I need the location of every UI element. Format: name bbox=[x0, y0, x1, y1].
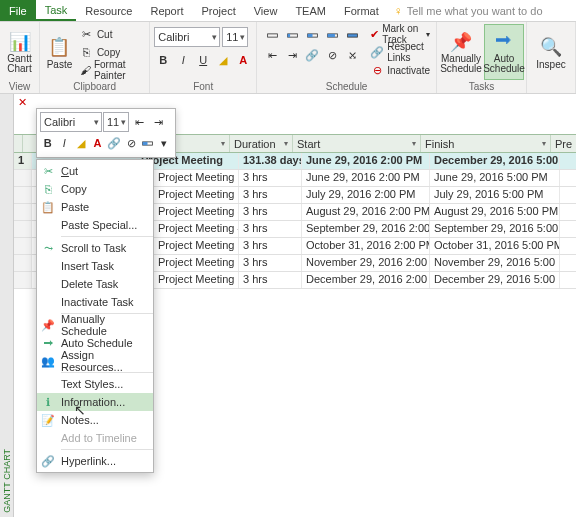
link-button[interactable]: 🔗 bbox=[303, 46, 321, 64]
font-size-select[interactable]: 11 bbox=[222, 27, 248, 47]
tab-project[interactable]: Project bbox=[192, 0, 244, 21]
ctx-hyperlink[interactable]: 🔗Hyperlink... bbox=[37, 452, 153, 470]
inactivate-button[interactable]: ⊖Inactivate bbox=[368, 62, 432, 78]
tab-view[interactable]: View bbox=[245, 0, 287, 21]
cell-duration[interactable]: 3 hrs bbox=[239, 255, 302, 271]
ctx-insert-task[interactable]: Insert Task bbox=[37, 257, 153, 275]
cell-finish[interactable]: July 29, 2016 5:00 PM bbox=[430, 187, 560, 203]
pct0-button[interactable] bbox=[263, 26, 281, 44]
respect-links-button[interactable]: 🔗Respect Links bbox=[368, 44, 432, 60]
unlink-button[interactable]: ⊘ bbox=[323, 46, 341, 64]
chevron-down-icon[interactable]: ▾ bbox=[542, 139, 546, 148]
summary-duration[interactable]: 131.38 days bbox=[239, 153, 302, 169]
cell-start[interactable]: December 29, 2016 2:00 PM bbox=[302, 272, 430, 288]
col-predecessors[interactable]: Pre bbox=[551, 135, 576, 152]
ctx-delete-task[interactable]: Delete Task bbox=[37, 275, 153, 293]
ctx-notes[interactable]: 📝Notes... bbox=[37, 411, 153, 429]
pct50-button[interactable] bbox=[303, 26, 321, 44]
cell-name[interactable]: Project Meeting 2 bbox=[154, 187, 239, 203]
tab-report[interactable]: Report bbox=[141, 0, 192, 21]
underline-button[interactable]: U bbox=[194, 51, 212, 69]
cell-start[interactable]: June 29, 2016 2:00 PM bbox=[302, 170, 430, 186]
cell-finish[interactable]: September 29, 2016 5:00 PM bbox=[430, 221, 560, 237]
mini-outdent-button[interactable]: ⇤ bbox=[130, 113, 148, 131]
ctx-information[interactable]: ℹInformation... bbox=[37, 393, 153, 411]
tab-team[interactable]: TEAM bbox=[286, 0, 335, 21]
cell-duration[interactable]: 3 hrs bbox=[239, 187, 302, 203]
ctx-assign-resources[interactable]: 👥Assign Resources... bbox=[37, 352, 153, 370]
cell-duration[interactable]: 3 hrs bbox=[239, 170, 302, 186]
cell-duration[interactable]: 3 hrs bbox=[239, 204, 302, 220]
cell-name[interactable]: Project Meeting 7 bbox=[154, 272, 239, 288]
chevron-down-icon[interactable]: ▾ bbox=[221, 139, 225, 148]
tab-file[interactable]: File bbox=[0, 0, 36, 21]
cell-start[interactable]: November 29, 2016 2:00 PM bbox=[302, 255, 430, 271]
cell-finish[interactable]: August 29, 2016 5:00 PM bbox=[430, 204, 560, 220]
summary-start[interactable]: June 29, 2016 2:00 PM bbox=[302, 153, 430, 169]
ctx-manually-schedule[interactable]: 📌Manually Schedule bbox=[37, 316, 153, 334]
font-name-select[interactable]: Calibri bbox=[154, 27, 220, 47]
cell-start[interactable]: August 29, 2016 2:00 PM bbox=[302, 204, 430, 220]
chevron-down-icon[interactable]: ▾ bbox=[284, 139, 288, 148]
pct25-button[interactable] bbox=[283, 26, 301, 44]
mini-fontcolor-button[interactable]: A bbox=[90, 134, 106, 152]
ctx-text-styles[interactable]: Text Styles... bbox=[37, 375, 153, 393]
copy-button[interactable]: ⎘Copy bbox=[78, 44, 145, 60]
cell-finish[interactable]: October 31, 2016 5:00 PM bbox=[430, 238, 560, 254]
split-button[interactable]: ⤩ bbox=[343, 46, 361, 64]
mini-link-button[interactable]: 🔗 bbox=[106, 134, 122, 152]
indent-button[interactable]: ⇥ bbox=[283, 46, 301, 64]
ctx-scroll-to-task[interactable]: ⤳Scroll to Task bbox=[37, 239, 153, 257]
mini-bold-button[interactable]: B bbox=[40, 134, 56, 152]
bold-button[interactable]: B bbox=[154, 51, 172, 69]
font-color-button[interactable]: A bbox=[234, 51, 252, 69]
pct100-button[interactable] bbox=[343, 26, 361, 44]
ctx-copy[interactable]: ⎘Copy bbox=[37, 180, 153, 198]
mini-pct-button[interactable] bbox=[140, 134, 156, 152]
ctx-cut[interactable]: ✂Cut bbox=[37, 162, 153, 180]
cell-start[interactable]: September 29, 2016 2:00 PM bbox=[302, 221, 430, 237]
tell-me-search[interactable]: ♀ Tell me what you want to do bbox=[388, 0, 549, 21]
cell-name[interactable]: Project Meeting 1 bbox=[154, 170, 239, 186]
cell-duration[interactable]: 3 hrs bbox=[239, 272, 302, 288]
tab-format[interactable]: Format bbox=[335, 0, 388, 21]
auto-schedule-button[interactable]: ⮕ Auto Schedule bbox=[484, 24, 524, 80]
col-start[interactable]: Start▾ bbox=[293, 135, 421, 152]
mark-on-track-button[interactable]: ✔Mark on Track▾ bbox=[368, 26, 432, 42]
cell-finish[interactable]: December 29, 2016 5:00 PM bbox=[430, 272, 560, 288]
cell-start[interactable]: October 31, 2016 2:00 PM bbox=[302, 238, 430, 254]
cell-name[interactable]: Project Meeting 3 bbox=[154, 204, 239, 220]
pct75-button[interactable] bbox=[323, 26, 341, 44]
cell-duration[interactable]: 3 hrs bbox=[239, 238, 302, 254]
col-duration[interactable]: Duration▾ bbox=[230, 135, 293, 152]
tab-task[interactable]: Task bbox=[36, 0, 77, 21]
outdent-button[interactable]: ⇤ bbox=[263, 46, 281, 64]
cell-finish[interactable]: June 29, 2016 5:00 PM bbox=[430, 170, 560, 186]
cell-duration[interactable]: 3 hrs bbox=[239, 221, 302, 237]
col-finish[interactable]: Finish▾ bbox=[421, 135, 551, 152]
side-tab-gantt[interactable]: GANTT CHART bbox=[0, 94, 14, 517]
fill-color-button[interactable]: ◢ bbox=[214, 51, 232, 69]
cell-name[interactable]: Project Meeting 5 bbox=[154, 238, 239, 254]
manually-schedule-button[interactable]: 📌 Manually Schedule bbox=[441, 24, 481, 80]
italic-button[interactable]: I bbox=[174, 51, 192, 69]
mini-font-select[interactable]: Calibri bbox=[40, 112, 102, 132]
mini-unlink-button[interactable]: ⊘ bbox=[123, 134, 139, 152]
summary-finish[interactable]: December 29, 2016 5:00 PM bbox=[430, 153, 560, 169]
chevron-down-icon[interactable]: ▾ bbox=[412, 139, 416, 148]
cell-start[interactable]: July 29, 2016 2:00 PM bbox=[302, 187, 430, 203]
cell-name[interactable]: Project Meeting 4 bbox=[154, 221, 239, 237]
mini-more-button[interactable]: ▾ bbox=[156, 134, 172, 152]
mini-size-select[interactable]: 11 bbox=[103, 112, 129, 132]
paste-button[interactable]: 📋 Paste bbox=[44, 24, 75, 80]
inspect-button[interactable]: 🔍 Inspec bbox=[531, 24, 571, 80]
gantt-chart-button[interactable]: 📊 Gantt Chart bbox=[4, 24, 35, 80]
mini-indent-button[interactable]: ⇥ bbox=[149, 113, 167, 131]
tab-resource[interactable]: Resource bbox=[76, 0, 141, 21]
mini-italic-button[interactable]: I bbox=[57, 134, 73, 152]
ctx-inactivate-task[interactable]: Inactivate Task bbox=[37, 293, 153, 311]
cut-button[interactable]: ✂Cut bbox=[78, 26, 145, 42]
close-pane-icon[interactable]: ✕ bbox=[18, 96, 27, 109]
cell-name[interactable]: Project Meeting 6 bbox=[154, 255, 239, 271]
col-indicator[interactable] bbox=[14, 135, 23, 152]
